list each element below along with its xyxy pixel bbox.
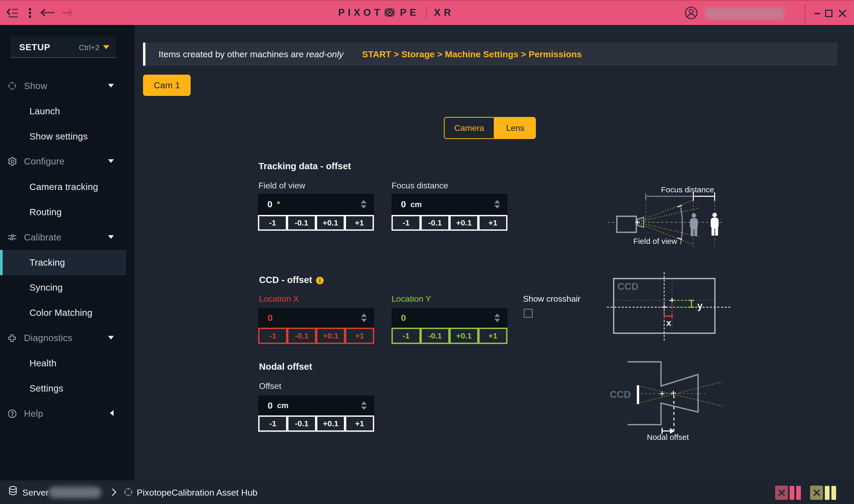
svg-text:CCD: CCD — [617, 281, 639, 292]
svg-text:y: y — [697, 300, 702, 311]
svg-text:x: x — [666, 318, 671, 328]
svg-text:Field of view: Field of view — [633, 237, 677, 246]
svg-text:CCD: CCD — [610, 389, 631, 400]
svg-text:Nodal offset: Nodal offset — [647, 433, 689, 442]
svg-text:Focus distance: Focus distance — [661, 185, 714, 194]
